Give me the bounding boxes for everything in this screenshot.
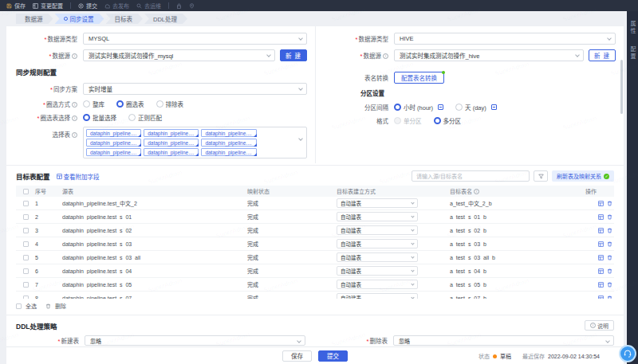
submit-button[interactable]: 提交 (318, 350, 348, 362)
delete-row-icon[interactable] (607, 214, 612, 220)
radio-whole-db[interactable]: 整库 (83, 100, 104, 108)
edit-columns-icon[interactable] (598, 268, 604, 274)
radio-single-partition[interactable]: 单分区 (394, 116, 422, 125)
table-footer: 全选 删除 (6, 299, 624, 313)
row-checkbox[interactable] (23, 241, 29, 247)
target-table-header: 目标表配置 查看附加字段 刷新表及映射关系 ✓ (6, 166, 624, 186)
table-row: 7 dataphin_pipeline.test_s_05 完成 自动建表 a_… (16, 278, 614, 292)
row-checkbox[interactable] (23, 296, 29, 299)
delete-row-icon[interactable] (607, 241, 612, 247)
toolbar-save-button[interactable]: 保存 (6, 2, 26, 10)
target-ds-select[interactable]: 测试实时集成测试勿操作_hive (394, 49, 584, 61)
chevron-down-icon (297, 339, 301, 343)
delete-row-icon[interactable] (607, 201, 612, 206)
edit-columns-icon[interactable] (598, 228, 604, 233)
toolbar-ops-button[interactable]: 去运维 (136, 2, 161, 10)
partition-format-edit-icon[interactable] (438, 104, 443, 110)
step-target-table[interactable]: 目标表 (106, 14, 144, 24)
method-select[interactable]: 自动建表 (337, 280, 418, 289)
toolbar-publish-button[interactable]: 去发布 (104, 2, 129, 10)
edit-columns-icon[interactable] (598, 296, 604, 299)
method-select[interactable]: 自动建表 (337, 225, 418, 235)
step-sync-settings[interactable]: 同步设置 (55, 14, 104, 24)
radio-exclude-tables[interactable]: 排除表 (156, 100, 184, 108)
info-icon: i (474, 189, 479, 194)
support-chat-button[interactable] (619, 345, 636, 362)
step-ddl[interactable]: DDL处理 (144, 14, 187, 24)
target-type-select[interactable]: HIVE (394, 33, 616, 45)
datasource-form: *数据源类型 MYSQL *数据源i 测试实时集成测试勿操作_mysql 新 建… (6, 26, 624, 166)
row-checkbox[interactable] (23, 268, 29, 274)
publish-icon (104, 3, 110, 9)
table-tag[interactable]: dataphin_pipeline.... (144, 139, 199, 147)
table-tag[interactable]: dataphin_pipeline.... (201, 148, 256, 156)
save-button[interactable]: 保存 (282, 350, 312, 362)
delete-row-icon[interactable] (607, 268, 612, 274)
delete-row-icon[interactable] (607, 228, 612, 233)
configure-table-name-button[interactable]: 配置表名转换 (394, 72, 444, 84)
ddl-drop-table-select[interactable]: 忽略 (393, 335, 614, 346)
edit-columns-icon[interactable] (598, 241, 604, 247)
radio-pick-tables[interactable]: 圈选表 (116, 100, 144, 108)
method-select[interactable]: 自动建表 (337, 239, 418, 249)
method-select[interactable]: 自动建表 (337, 212, 418, 221)
target-new-button[interactable]: 新 建 (589, 49, 616, 61)
table-row: 1 dataphin_pipeline.test_中文_2 完成 自动建表 a_… (16, 197, 614, 210)
delete-row-icon[interactable] (607, 282, 612, 288)
partition-format-edit-icon[interactable] (491, 104, 497, 110)
radio-regex-match[interactable]: 正则匹配 (128, 113, 162, 122)
delete-row-icon[interactable] (607, 255, 612, 260)
sync-plan-select[interactable]: 实时增量 (83, 83, 307, 95)
col-header-target: 目标表名i (450, 187, 585, 195)
edit-columns-icon[interactable] (598, 255, 604, 260)
table-tag[interactable]: dataphin_pipeline.... (144, 129, 199, 137)
row-checkbox[interactable] (23, 214, 29, 220)
ddl-help-button[interactable]: i说明 (585, 320, 614, 331)
step-datasource[interactable]: 数据源 (16, 14, 53, 24)
table-tag[interactable]: dataphin_pipeline.... (86, 129, 141, 137)
edit-columns-icon[interactable] (598, 214, 604, 220)
table-tag[interactable]: dataphin_pipeline.... (86, 148, 141, 156)
ddl-field-label: *删除表 (325, 336, 393, 345)
source-type-select[interactable]: MYSQL (83, 33, 307, 45)
table-tag[interactable]: dataphin_pipeline.... (86, 139, 141, 147)
source-ds-select[interactable]: 测试实时集成测试勿操作_mysql (83, 49, 275, 61)
toolbar-publish-label: 去发布 (112, 2, 129, 10)
radio-hour[interactable]: 小时 (hour) (394, 103, 443, 112)
delete-row-icon[interactable] (607, 296, 612, 299)
select-all-checkbox[interactable] (16, 303, 22, 309)
rail-item-config[interactable]: 配置 (628, 46, 636, 61)
toolbar-lock-button[interactable] (176, 3, 182, 9)
table-tag[interactable]: dataphin_pipeline.... (201, 129, 256, 137)
refresh-mapping-button[interactable]: 刷新表及映射关系 ✓ (552, 170, 614, 182)
edit-columns-icon[interactable] (598, 282, 604, 288)
radio-multi-partition[interactable]: 多分区 (434, 116, 462, 125)
view-extra-fields-link[interactable]: 查看附加字段 (57, 172, 100, 181)
table-search-input[interactable] (412, 170, 530, 182)
row-checkbox[interactable] (23, 255, 29, 260)
method-select[interactable]: 自动建表 (337, 198, 418, 208)
toolbar-change-config-button[interactable]: 变更配置 (33, 2, 63, 10)
method-select[interactable]: 自动建表 (337, 252, 418, 262)
table-tag[interactable]: dataphin_pipeline.... (144, 148, 199, 156)
edit-columns-icon[interactable] (598, 201, 604, 206)
delete-selected-button[interactable]: 删除 (55, 302, 66, 310)
selected-tables-multiselect[interactable]: dataphin_pipeline.... dataphin_pipeline.… (83, 127, 307, 159)
source-new-button[interactable]: 新 建 (280, 49, 307, 61)
toolbar-submit-button[interactable]: 提交 (78, 2, 97, 10)
select-all-label[interactable]: 全选 (26, 302, 37, 310)
ddl-new-table-select[interactable]: 忽略 (85, 335, 305, 346)
header-checkbox[interactable] (23, 189, 29, 194)
toolbar-pin-button[interactable] (189, 3, 195, 9)
row-checkbox[interactable] (23, 228, 29, 233)
vertical-scrollbar[interactable] (620, 60, 623, 114)
table-tag[interactable]: dataphin_pipeline.... (201, 139, 256, 147)
row-checkbox[interactable] (23, 282, 29, 288)
radio-day[interactable]: 天 (day) (455, 103, 497, 112)
rail-item-properties[interactable]: 属性 (628, 21, 636, 35)
filter-button[interactable] (534, 170, 548, 182)
row-checkbox[interactable] (23, 201, 29, 206)
radio-batch-select[interactable]: 批量选择 (83, 113, 116, 122)
method-select[interactable]: 自动建表 (337, 293, 418, 299)
method-select[interactable]: 自动建表 (337, 266, 418, 276)
